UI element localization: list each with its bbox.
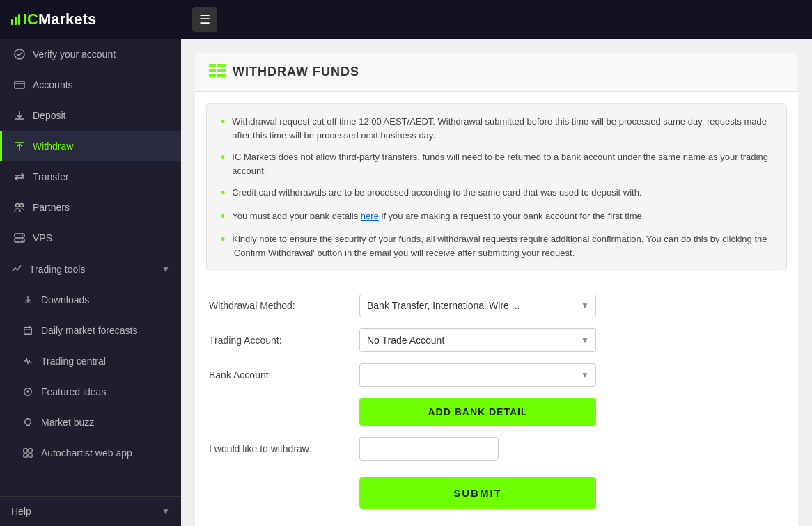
sidebar-item-deposit[interactable]: Deposit — [0, 100, 181, 131]
sidebar-item-withdraw[interactable]: Withdraw — [0, 131, 181, 161]
notice-item-2: • IC Markets does not allow third-party … — [221, 150, 772, 177]
withdraw-amount-input[interactable] — [359, 437, 499, 461]
svg-rect-18 — [217, 64, 226, 67]
svg-rect-14 — [29, 454, 32, 457]
logo-markets: Markets — [38, 10, 96, 28]
svg-rect-8 — [24, 328, 32, 335]
sidebar-item-transfer[interactable]: Transfer — [0, 161, 181, 192]
vps-icon — [13, 232, 26, 244]
trading-tools-icon — [11, 262, 22, 276]
help-chevron: ▼ — [162, 507, 170, 516]
trading-account-label: Trading Account: — [209, 335, 348, 346]
daily-icon — [22, 324, 34, 337]
card-header: WITHDRAW FUNDS — [195, 53, 798, 92]
withdrawal-method-select[interactable]: Bank Transfer, International Wire ... Cr… — [359, 294, 596, 317]
downloads-icon — [22, 294, 34, 306]
sidebar-item-autochartist-label: Autochartist web app — [41, 447, 132, 459]
autochartist-icon — [22, 447, 34, 459]
submit-button[interactable]: SUBMIT — [359, 477, 596, 509]
trading-central-icon — [22, 355, 34, 367]
svg-rect-13 — [24, 454, 27, 457]
sidebar-item-market-buzz[interactable]: Market buzz — [0, 407, 181, 438]
transfer-icon — [13, 170, 26, 183]
sidebar-nav: Verify your account Accounts Deposit Wit… — [0, 39, 181, 496]
add-bank-button[interactable]: ADD BANK DETAIL — [359, 398, 596, 426]
bullet-1: • — [221, 115, 225, 130]
submit-control: SUBMIT — [359, 472, 596, 509]
sidebar-item-verify[interactable]: Verify your account — [0, 39, 181, 70]
featured-icon — [22, 385, 34, 398]
bullet-2: • — [221, 150, 225, 166]
hamburger-button[interactable]: ☰ — [192, 7, 217, 32]
notice-text-5: Kindly note to ensure the security of yo… — [232, 232, 772, 260]
sidebar-item-accounts[interactable]: Accounts — [0, 70, 181, 100]
help-label: Help — [11, 506, 31, 517]
sidebar-item-autochartist[interactable]: Autochartist web app — [0, 438, 181, 468]
svg-point-7 — [22, 240, 23, 241]
notice-box: • Withdrawal request cut off time 12:00 … — [206, 103, 787, 271]
content: WITHDRAW FUNDS • Withdrawal request cut … — [181, 39, 812, 526]
svg-rect-11 — [24, 449, 27, 452]
sidebar-item-downloads-label: Downloads — [41, 294, 89, 305]
notice-text-2: IC Markets does not allow third-party tr… — [232, 150, 772, 177]
sidebar-item-trading-central[interactable]: Trading central — [0, 346, 181, 376]
sidebar-item-verify-label: Verify your account — [33, 49, 116, 60]
market-buzz-icon — [22, 416, 34, 429]
bank-account-control: ▼ — [359, 363, 596, 387]
sidebar-item-withdraw-label: Withdraw — [33, 141, 73, 152]
sidebar-item-daily-label: Daily market forecasts — [41, 325, 137, 336]
svg-rect-16 — [209, 69, 216, 72]
bank-details-link[interactable]: here — [361, 211, 379, 221]
bank-account-label: Bank Account: — [209, 369, 348, 381]
svg-point-2 — [16, 204, 19, 207]
svg-rect-19 — [217, 69, 226, 72]
trading-tools-label: Trading tools — [29, 264, 85, 275]
bank-account-select[interactable] — [359, 363, 596, 387]
topbar: ☰ — [181, 0, 812, 39]
withdrawal-method-row: Withdrawal Method: Bank Transfer, Intern… — [209, 294, 784, 317]
bank-account-row: Bank Account: ▼ — [209, 363, 784, 387]
sidebar-item-vps[interactable]: VPS — [0, 223, 181, 253]
sidebar-item-downloads[interactable]: Downloads — [0, 285, 181, 315]
form-area: Withdrawal Method: Bank Transfer, Intern… — [195, 282, 798, 526]
trading-account-select[interactable]: No Trade Account — [359, 328, 596, 352]
withdraw-amount-label: I would like to withdraw: — [209, 443, 348, 454]
svg-point-6 — [22, 235, 23, 237]
svg-rect-1 — [15, 81, 24, 88]
add-bank-row: ADD BANK DETAIL — [209, 398, 784, 426]
sidebar-section-trading-tools[interactable]: Trading tools ▼ — [0, 253, 181, 285]
verify-icon — [13, 48, 26, 61]
header-icon — [209, 64, 226, 80]
svg-rect-17 — [209, 74, 216, 77]
notice-item-1: • Withdrawal request cut off time 12:00 … — [221, 115, 772, 142]
sidebar-item-deposit-label: Deposit — [33, 110, 65, 121]
svg-point-10 — [26, 390, 29, 393]
sidebar-item-transfer-label: Transfer — [33, 171, 69, 182]
deposit-icon — [13, 109, 26, 122]
notice-item-4: • You must add your bank details here if… — [221, 209, 772, 225]
add-bank-control: ADD BANK DETAIL — [359, 398, 596, 426]
sidebar-item-daily[interactable]: Daily market forecasts — [0, 315, 181, 346]
sidebar-help[interactable]: Help ▼ — [0, 496, 181, 526]
svg-rect-20 — [217, 74, 226, 77]
notice-text-1: Withdrawal request cut off time 12:00 AE… — [232, 115, 772, 142]
notice-item-3: • Credit card withdrawals are to be proc… — [221, 186, 772, 201]
svg-rect-12 — [29, 449, 32, 452]
sidebar-item-market-buzz-label: Market buzz — [41, 417, 94, 428]
bullet-3: • — [221, 186, 225, 201]
svg-rect-15 — [209, 64, 216, 67]
trading-account-row: Trading Account: No Trade Account ▼ — [209, 328, 784, 352]
accounts-icon — [13, 79, 26, 91]
sidebar-item-accounts-label: Accounts — [33, 79, 73, 90]
sidebar-item-featured[interactable]: Featured ideas — [0, 376, 181, 407]
notice-item-5: • Kindly note to ensure the security of … — [221, 232, 772, 260]
svg-point-3 — [20, 204, 24, 207]
logo-ic: IC — [23, 10, 38, 28]
sidebar-item-partners[interactable]: Partners — [0, 192, 181, 223]
withdraw-amount-control — [359, 437, 596, 461]
withdrawal-method-label: Withdrawal Method: — [209, 300, 348, 311]
bullet-4: • — [221, 209, 225, 225]
notice-text-3: Credit card withdrawals are to be proces… — [232, 186, 641, 200]
partners-icon — [13, 201, 26, 214]
sidebar-item-featured-label: Featured ideas — [41, 386, 106, 397]
